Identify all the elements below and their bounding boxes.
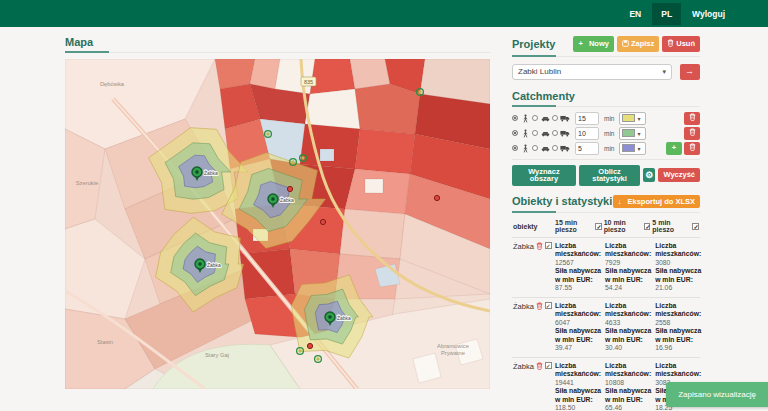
mode-walk-radio[interactable] [512, 145, 518, 151]
stats-table-row: Żabka Liczba mieszkańców: 12567Siła naby… [512, 238, 700, 298]
catchment-rows: min ▾ + min ▾ + min ▾ + [512, 111, 700, 160]
mode-car-radio[interactable] [532, 130, 538, 136]
load-project-button[interactable]: → [680, 64, 700, 80]
catchments-title: Catchmenty [512, 90, 575, 102]
mode-truck-radio[interactable] [552, 145, 558, 151]
truck-icon [560, 115, 570, 122]
car-icon [540, 145, 550, 152]
export-xlsx-button[interactable]: ↓ Eksportuj do XLSX [613, 195, 700, 209]
clear-button[interactable]: Wyczyść [658, 168, 700, 182]
catchments-header: Catchmenty [512, 90, 700, 107]
catchment-row: min ▾ + [512, 141, 700, 156]
color-select[interactable]: ▾ [619, 112, 646, 125]
row-checkbox[interactable] [545, 242, 552, 249]
stats-header: Obiekty i statystyki ↓ Eksportuj do XLSX [512, 195, 700, 214]
col-10min: 10 min pieszo [603, 215, 652, 237]
delete-row-icon[interactable] [536, 362, 543, 372]
lang-pl-button[interactable]: PL [652, 3, 681, 25]
mode-truck-radio[interactable] [552, 130, 558, 136]
map-canvas[interactable]: 835 DębówkaSzerokieStasinStary GajAbramo… [65, 59, 490, 389]
mode-walk-radio[interactable] [512, 115, 518, 121]
delete-catchment-button[interactable] [684, 127, 700, 140]
mode-truck-radio[interactable] [552, 115, 558, 121]
map-panel: Mapa [65, 36, 490, 389]
toast-notification: Zapisano wizualizację [666, 382, 768, 407]
color-select[interactable]: ▾ [619, 127, 646, 140]
chevron-down-icon: ▾ [662, 68, 666, 76]
mode-walk-radio[interactable] [512, 130, 518, 136]
settings-button[interactable]: ⚙ [643, 168, 655, 182]
save-project-button[interactable]: Zapisz [617, 36, 659, 52]
new-project-button[interactable]: + Nowy [573, 36, 614, 52]
delete-catchment-button[interactable] [684, 112, 700, 125]
color-select[interactable]: ▾ [619, 142, 646, 155]
chevron-down-icon: ▾ [637, 130, 640, 137]
color-swatch [622, 144, 635, 152]
project-select-value: Zabki Lublin [518, 67, 561, 76]
trash-icon [689, 113, 696, 123]
project-select[interactable]: Zabki Lublin ▾ [512, 64, 672, 80]
projects-title: Projekty [512, 38, 555, 50]
store-pin-label: Żabka [337, 315, 351, 321]
place-label: Dębówka [100, 81, 125, 87]
place-label: Szerokie [76, 180, 99, 186]
trash-icon [667, 39, 674, 49]
minutes-unit-label: min [604, 130, 614, 137]
stats-title: Obiekty i statystyki [512, 195, 612, 207]
store-pin-label: Żabka [280, 197, 294, 203]
svg-text:835: 835 [304, 79, 313, 85]
chevron-down-icon: ▾ [637, 115, 640, 122]
mode-car-radio[interactable] [532, 115, 538, 121]
place-label: Stasin [97, 339, 113, 345]
catchment-row: min ▾ + [512, 111, 700, 126]
col-objects: obiekty [512, 215, 554, 237]
minutes-input[interactable] [575, 142, 599, 155]
stats-table-row: Żabka Liczba mieszkańców: 6047Siła nabyw… [512, 298, 700, 358]
gear-icon: ⚙ [645, 171, 653, 180]
control-panel: Projekty + Nowy Zapisz Usuń Zabki Lublin… [512, 36, 700, 411]
delete-row-icon[interactable] [536, 302, 543, 312]
logout-button[interactable]: Wyloguj [683, 3, 734, 25]
car-icon [540, 115, 550, 122]
truck-icon [560, 145, 570, 152]
minutes-input[interactable] [575, 127, 599, 140]
row-checkbox[interactable] [545, 302, 552, 309]
chevron-down-icon: ▾ [637, 145, 640, 152]
compute-stats-button[interactable]: Oblicz statystyki [579, 165, 640, 186]
col-15min: 15 min pieszo [554, 215, 603, 237]
catchment-row: min ▾ + [512, 126, 700, 141]
delete-catchment-button[interactable] [684, 142, 700, 155]
col-5min-checkbox[interactable] [692, 223, 699, 230]
walk-icon [520, 114, 530, 123]
row-checkbox[interactable] [545, 362, 552, 369]
lang-en-button[interactable]: EN [620, 3, 650, 25]
mode-car-radio[interactable] [532, 145, 538, 151]
col-15min-checkbox[interactable] [595, 223, 601, 230]
plus-icon: + [578, 40, 582, 48]
store-name: Żabka [513, 302, 534, 311]
store-pin-label: Żabka [207, 262, 221, 268]
store-pin-label: Żabka [204, 170, 218, 176]
download-icon: ↓ [618, 198, 622, 206]
top-navbar: EN PL Wyloguj [0, 0, 768, 27]
trash-icon [689, 128, 696, 138]
add-catchment-button[interactable]: + [666, 142, 682, 155]
road-shield: 835 [301, 77, 316, 86]
minutes-input[interactable] [575, 112, 599, 125]
stats-table-header: obiekty 15 min pieszo 10 min pieszo 5 mi… [512, 215, 700, 238]
save-icon [622, 40, 629, 49]
delete-row-icon[interactable] [536, 242, 543, 252]
trash-icon [689, 143, 696, 153]
walk-icon [520, 144, 530, 153]
compute-areas-button[interactable]: Wyznacz obszary [512, 165, 576, 186]
walk-icon [520, 129, 530, 138]
col-10min-checkbox[interactable] [644, 223, 650, 230]
map-section-header: Mapa [65, 36, 490, 53]
minutes-unit-label: min [604, 115, 614, 122]
place-label: Prywatne [441, 350, 465, 356]
place-label: Abramowice [437, 343, 469, 349]
car-icon [540, 130, 550, 137]
store-name: Żabka [513, 362, 534, 371]
color-swatch [622, 114, 635, 122]
delete-project-button[interactable]: Usuń [662, 36, 700, 52]
